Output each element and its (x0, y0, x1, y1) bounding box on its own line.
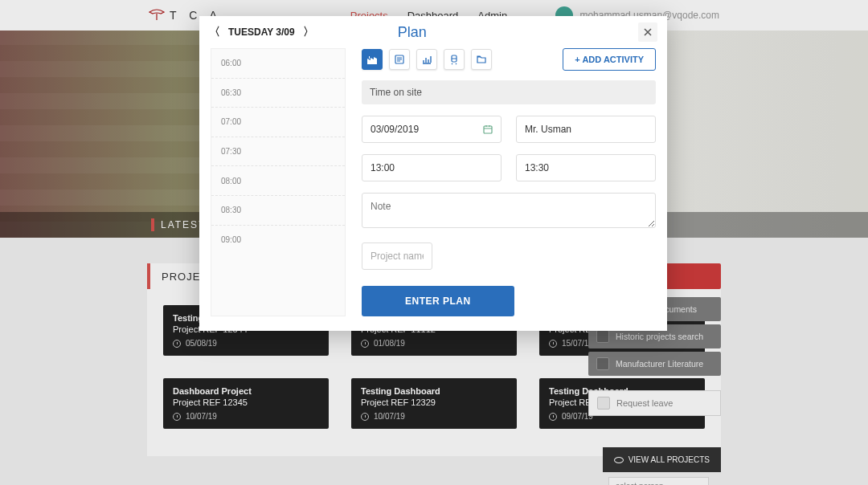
chevron-right-icon[interactable]: 〉 (303, 25, 314, 39)
modal-header: 〈 TUESDAY 3/09 〉 Plan (199, 16, 667, 48)
person-field[interactable] (516, 116, 656, 143)
timeline-slot[interactable]: 07:30 (211, 137, 345, 167)
timeline[interactable]: 06:0006:3007:0007:3008:0008:3009:00 (211, 48, 346, 316)
time-end-field[interactable] (516, 154, 656, 181)
modal-title: Plan (398, 24, 427, 41)
enter-plan-button[interactable]: ENTER PLAN (362, 286, 514, 316)
type-transit-button[interactable] (444, 49, 465, 70)
type-factory-button[interactable] (362, 49, 383, 70)
project-name-field[interactable] (362, 243, 432, 270)
timeline-slot[interactable]: 08:30 (211, 196, 345, 226)
type-folder-button[interactable] (471, 49, 492, 70)
timeline-slot[interactable]: 08:00 (211, 166, 345, 196)
activity-type-row: + ADD ACTIVITY (362, 48, 656, 71)
time-start-field[interactable] (362, 154, 502, 181)
type-chart-button[interactable] (416, 49, 437, 70)
add-activity-button[interactable]: + ADD ACTIVITY (563, 48, 656, 71)
date-picker: 〈 TUESDAY 3/09 〉 (209, 25, 314, 39)
plan-form: + ADD ACTIVITY Time on site (362, 48, 656, 316)
timeline-slot[interactable]: 06:00 (211, 49, 345, 79)
modal-date-label: TUESDAY 3/09 (228, 26, 295, 38)
time-on-site-label: Time on site (362, 80, 656, 104)
close-icon[interactable] (638, 22, 657, 42)
date-field[interactable] (362, 116, 502, 143)
timeline-slot[interactable]: 06:30 (211, 79, 345, 108)
timeline-slot[interactable]: 07:00 (211, 108, 345, 137)
plan-modal: 〈 TUESDAY 3/09 〉 Plan 06:0006:3007:0007:… (199, 16, 667, 331)
type-news-button[interactable] (389, 49, 410, 70)
timeline-slot[interactable]: 09:00 (211, 226, 345, 255)
chevron-left-icon[interactable]: 〈 (209, 25, 220, 39)
note-field[interactable] (362, 193, 656, 228)
